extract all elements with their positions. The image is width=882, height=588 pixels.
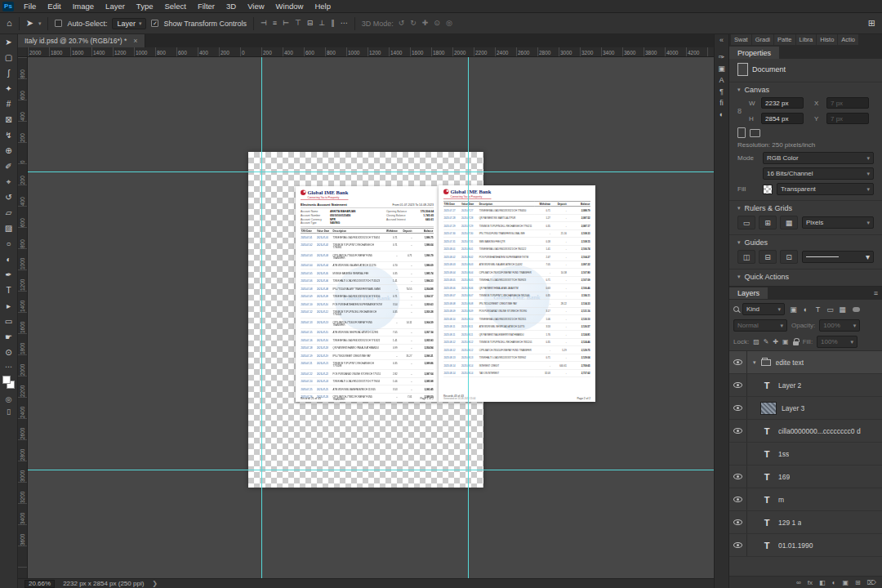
drag-3d-icon[interactable]: ✚: [422, 20, 429, 27]
opacity-dropdown[interactable]: 100%▾: [819, 319, 860, 332]
filter-pixel-layers-icon[interactable]: ▣: [788, 305, 799, 314]
visibility-toggle[interactable]: [729, 466, 747, 488]
ruler-vertical[interactable]: 8006004002000200400600800100012001400160…: [18, 57, 28, 578]
layer-row[interactable]: ▾edite text: [729, 351, 882, 374]
y-field[interactable]: 7 px: [826, 113, 869, 124]
menu-type[interactable]: Type: [131, 0, 159, 13]
layer-row[interactable]: TLayer 2: [729, 374, 882, 397]
move-tool[interactable]: ➤: [0, 34, 18, 50]
dodge-tool[interactable]: ◐: [0, 252, 18, 267]
magic-wand-tool[interactable]: ✦: [0, 81, 18, 96]
foreground-color-swatch[interactable]: [2, 376, 11, 384]
layer-row[interactable]: T01.01.1990: [729, 534, 882, 557]
roll-3d-icon[interactable]: ↻: [410, 20, 416, 27]
menu-3d[interactable]: 3D: [220, 0, 242, 13]
home-icon[interactable]: ⌂: [7, 19, 12, 28]
history-brush-tool[interactable]: ↺: [0, 189, 18, 205]
layer-row[interactable]: Tcilla0000000...cccccccc0 d: [729, 420, 882, 443]
filter-type-layers-icon[interactable]: T: [813, 305, 823, 314]
menu-filter[interactable]: Filter: [192, 0, 220, 13]
scale-3d-icon[interactable]: ◎: [446, 20, 452, 27]
layer-effects-icon[interactable]: fx: [808, 579, 813, 586]
eyedropper-tool[interactable]: ↯: [0, 127, 18, 143]
tab-layers[interactable]: Layers: [729, 287, 768, 299]
layer-mask-icon[interactable]: ◧: [819, 579, 826, 586]
visibility-toggle[interactable]: [729, 397, 747, 419]
type-tool[interactable]: T: [0, 283, 18, 298]
workspace-icon[interactable]: ⊞: [868, 19, 875, 28]
show-transform-checkbox[interactable]: [151, 20, 158, 27]
guide-vertical-2[interactable]: [468, 57, 469, 578]
lock-artboard-icon[interactable]: ▣: [782, 338, 789, 345]
link-layers-icon[interactable]: ∞: [796, 579, 801, 586]
visibility-toggle[interactable]: [729, 351, 747, 373]
menu-window[interactable]: Window: [270, 0, 310, 13]
menu-file[interactable]: File: [18, 0, 42, 13]
canvas-fill-dropdown[interactable]: Transparent▾: [777, 183, 874, 195]
auto-select-checkbox[interactable]: [55, 20, 62, 27]
visibility-toggle[interactable]: [729, 420, 747, 442]
visibility-toggle[interactable]: [729, 488, 747, 510]
orientation-portrait-icon[interactable]: [737, 127, 746, 138]
layer-row[interactable]: T169: [729, 466, 882, 488]
frame-tool[interactable]: ⊠: [0, 112, 18, 127]
menu-edit[interactable]: Edit: [42, 0, 66, 13]
lock-position-icon[interactable]: ✚: [773, 338, 778, 345]
healing-brush-tool[interactable]: ⊕: [0, 143, 18, 158]
adjustment-layer-icon[interactable]: ◐: [832, 579, 836, 586]
visibility-toggle[interactable]: [729, 443, 747, 465]
align-right-icon[interactable]: ⊢: [283, 20, 289, 27]
color-swatches[interactable]: [2, 376, 16, 390]
auto-select-target-dropdown[interactable]: Layer ▾: [112, 18, 146, 29]
slide-3d-icon[interactable]: ⊙: [434, 20, 440, 27]
filter-smart-objects-icon[interactable]: ▦: [837, 305, 848, 314]
guide-horizontal-2[interactable]: [28, 470, 714, 470]
menu-help[interactable]: Help: [309, 0, 336, 13]
blur-tool[interactable]: ○: [0, 236, 18, 252]
section-canvas[interactable]: ▾ Canvas: [729, 82, 882, 96]
guide-horizontal-icon[interactable]: ⊟: [759, 250, 777, 264]
edit-toolbar-icon[interactable]: ⋯: [0, 360, 18, 372]
ruler-units-icon[interactable]: ▭: [737, 216, 755, 229]
visibility-toggle[interactable]: [729, 511, 747, 533]
lock-all-icon[interactable]: [793, 341, 799, 345]
ruler-units-dropdown[interactable]: Pixels▾: [802, 216, 874, 229]
orbit-3d-icon[interactable]: ↺: [399, 20, 405, 27]
align-top-icon[interactable]: ⊤: [295, 20, 301, 27]
section-guides[interactable]: ▾ Guides: [729, 234, 882, 248]
lock-pixels-icon[interactable]: ✎: [764, 338, 769, 345]
status-chevron-icon[interactable]: ❯: [152, 580, 158, 587]
align-bottom-icon[interactable]: ⊥: [318, 20, 325, 27]
width-field[interactable]: 2232 px: [761, 97, 804, 109]
panel-tab-patte[interactable]: Patte: [774, 34, 795, 45]
guide-clear-icon[interactable]: ⊡: [780, 250, 798, 264]
crop-tool[interactable]: #: [0, 96, 18, 112]
panel-tab-libra[interactable]: Libra: [796, 34, 817, 45]
pen-tool[interactable]: ✒: [0, 267, 18, 283]
eraser-tool[interactable]: ▱: [0, 205, 18, 220]
ruler-horizontal[interactable]: 2000180016001400120010008006004002000200…: [28, 47, 714, 57]
filter-kind-dropdown[interactable]: Kind▾: [742, 303, 785, 315]
collapse-panels-icon[interactable]: «: [719, 36, 724, 44]
grid-icon[interactable]: ⊞: [759, 216, 777, 229]
new-group-icon[interactable]: ▣: [842, 579, 849, 586]
adjustments-panel-icon[interactable]: ◐: [715, 109, 728, 120]
quick-mask-icon[interactable]: ◎: [0, 393, 18, 405]
filter-toggle[interactable]: [853, 307, 860, 312]
menu-view[interactable]: View: [242, 0, 270, 13]
document-tab[interactable]: Italy id.psd @ 20.7% (RGB/16*) * ×: [18, 34, 145, 47]
x-field[interactable]: 7 px: [826, 97, 869, 109]
filter-shape-layers-icon[interactable]: ▭: [825, 305, 835, 314]
expand-caret-icon[interactable]: ▾: [753, 359, 756, 366]
glyphs-panel-icon[interactable]: ﬁ: [715, 97, 728, 109]
move-tool-preset-icon[interactable]: ➤: [26, 19, 33, 28]
align-center-h-icon[interactable]: ≡: [273, 20, 277, 27]
height-field[interactable]: 2854 px: [761, 113, 804, 124]
tab-properties[interactable]: Properties: [729, 47, 779, 59]
align-middle-icon[interactable]: ⊟: [307, 20, 314, 27]
layer-row[interactable]: Layer 3: [729, 397, 882, 420]
layer-row[interactable]: T1ss: [729, 443, 882, 466]
panel-tab-gradi[interactable]: Gradi: [752, 34, 773, 45]
character-panel-icon[interactable]: A: [715, 74, 728, 86]
marquee-tool[interactable]: ▢: [0, 50, 18, 65]
